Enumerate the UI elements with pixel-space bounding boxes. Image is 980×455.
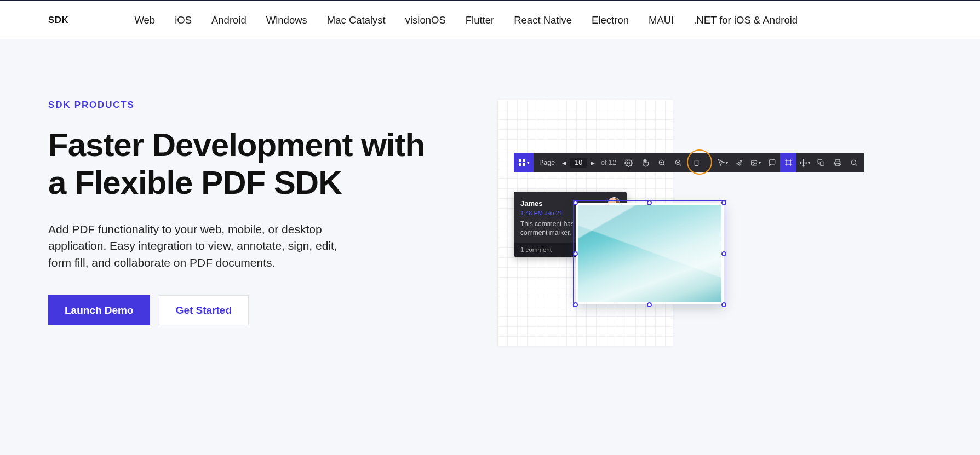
crop-select-icon[interactable] xyxy=(780,153,796,172)
svg-rect-3 xyxy=(523,163,525,166)
svg-line-6 xyxy=(663,164,664,165)
nav-item-android[interactable]: Android xyxy=(211,14,247,26)
resize-handle-bot-mid[interactable] xyxy=(647,302,652,307)
nav-item-dotnet[interactable]: .NET for iOS & Android xyxy=(694,14,798,26)
svg-rect-2 xyxy=(519,163,521,166)
get-started-button[interactable]: Get Started xyxy=(159,295,249,325)
signature-icon[interactable] xyxy=(731,153,747,172)
hand-pan-icon[interactable] xyxy=(637,153,654,172)
search-icon[interactable] xyxy=(846,153,862,172)
gear-icon[interactable] xyxy=(621,153,637,172)
resize-handle-bot-left[interactable] xyxy=(573,302,578,307)
resize-handle-top-left[interactable] xyxy=(573,200,578,205)
next-page-icon[interactable]: ▶ xyxy=(588,160,598,166)
page-total: of 12 xyxy=(598,159,620,166)
selected-image[interactable] xyxy=(576,203,724,304)
nav-item-maui[interactable]: MAUI xyxy=(649,14,674,26)
resize-handle-top-mid[interactable] xyxy=(647,200,652,205)
hero-section: SDK PRODUCTS Faster Development with a F… xyxy=(0,39,980,417)
print-icon[interactable] xyxy=(829,153,846,172)
nav-item-electron[interactable]: Electron xyxy=(592,14,629,26)
nav-item-ios[interactable]: iOS xyxy=(175,14,192,26)
page-label: Page xyxy=(535,159,559,166)
comment-icon[interactable] xyxy=(764,153,780,172)
svg-line-29 xyxy=(855,164,857,165)
nav-items: Web iOS Android Windows Mac Catalyst vis… xyxy=(134,14,798,26)
resize-handle-top-right[interactable] xyxy=(721,200,726,205)
move-icon[interactable]: ▾ xyxy=(796,153,813,172)
resize-handle-bot-right[interactable] xyxy=(721,302,726,307)
pdf-toolbar: ▾ Page ◀ 10 ▶ of 12 ▾ ▾ ▾ xyxy=(514,153,864,172)
resize-handle-mid-left[interactable] xyxy=(573,251,578,256)
cursor-icon[interactable]: ▾ xyxy=(714,153,731,172)
svg-rect-27 xyxy=(836,163,840,166)
svg-rect-15 xyxy=(786,160,790,165)
svg-rect-0 xyxy=(519,159,521,162)
single-page-icon[interactable] xyxy=(689,153,705,172)
cta-row: Launch Demo Get Started xyxy=(48,295,432,325)
view-grid-icon[interactable]: ▾ xyxy=(514,153,534,172)
nav-item-react-native[interactable]: React Native xyxy=(514,14,572,26)
launch-demo-button[interactable]: Launch Demo xyxy=(48,295,150,325)
nav-item-flutter[interactable]: Flutter xyxy=(466,14,494,26)
svg-rect-26 xyxy=(820,162,824,165)
zoom-out-icon[interactable] xyxy=(654,153,670,172)
svg-line-9 xyxy=(679,164,681,165)
copy-icon[interactable] xyxy=(813,153,829,172)
hero-copy: SDK PRODUCTS Faster Development with a F… xyxy=(48,100,432,384)
prev-page-icon[interactable]: ◀ xyxy=(559,160,569,166)
selection-frame xyxy=(573,200,726,307)
hero-subcopy: Add PDF functionality to your web, mobil… xyxy=(48,221,355,271)
nav-item-visionos[interactable]: visionOS xyxy=(405,14,446,26)
nav-item-web[interactable]: Web xyxy=(134,14,155,26)
svg-point-28 xyxy=(851,160,856,164)
nav-item-mac-catalyst[interactable]: Mac Catalyst xyxy=(327,14,386,26)
hero-illustration: ▾ Page ◀ 10 ▶ of 12 ▾ ▾ ▾ xyxy=(454,100,980,384)
eyebrow-label: SDK PRODUCTS xyxy=(48,100,432,111)
svg-point-14 xyxy=(753,162,754,163)
svg-rect-1 xyxy=(523,159,525,162)
resize-handle-mid-right[interactable] xyxy=(721,251,726,256)
comment-author: James xyxy=(520,199,542,208)
zoom-in-icon[interactable] xyxy=(670,153,686,172)
brand-logo: SDK xyxy=(48,15,68,26)
svg-point-4 xyxy=(628,162,630,164)
page-title: Faster Development with a Flexible PDF S… xyxy=(48,126,432,201)
page-controls: Page ◀ 10 ▶ of 12 xyxy=(535,158,620,168)
nav-item-windows[interactable]: Windows xyxy=(266,14,307,26)
top-nav: SDK Web iOS Android Windows Mac Catalyst… xyxy=(0,1,980,39)
image-icon[interactable]: ▾ xyxy=(747,153,764,172)
page-number-input[interactable]: 10 xyxy=(570,158,587,168)
svg-rect-12 xyxy=(695,160,699,165)
